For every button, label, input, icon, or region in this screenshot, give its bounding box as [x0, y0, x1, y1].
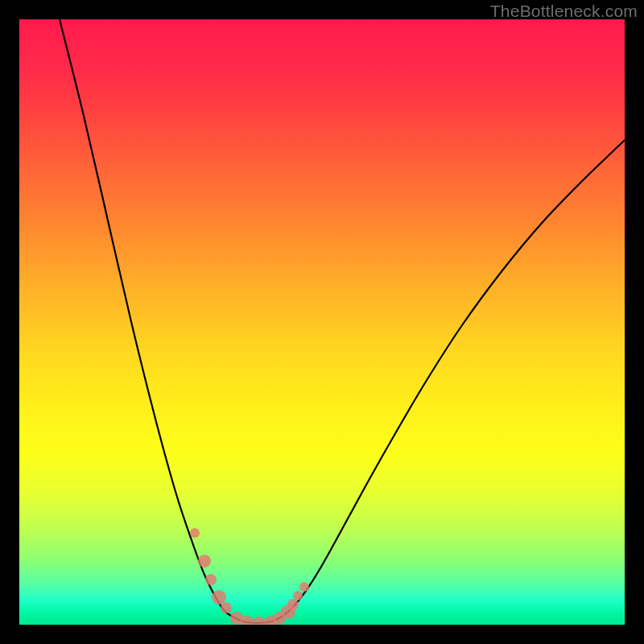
data-marker	[221, 602, 232, 613]
data-markers	[190, 528, 309, 625]
chart-frame	[19, 19, 625, 625]
data-marker	[293, 591, 303, 601]
data-marker	[198, 555, 211, 568]
bottleneck-curve	[60, 19, 625, 623]
data-marker	[205, 574, 217, 585]
data-marker	[253, 617, 266, 625]
watermark-text: TheBottleneck.com	[490, 2, 638, 21]
data-marker	[212, 590, 226, 605]
chart-svg	[19, 19, 625, 625]
data-marker	[287, 599, 299, 610]
data-marker	[299, 582, 309, 592]
data-marker	[190, 528, 200, 538]
